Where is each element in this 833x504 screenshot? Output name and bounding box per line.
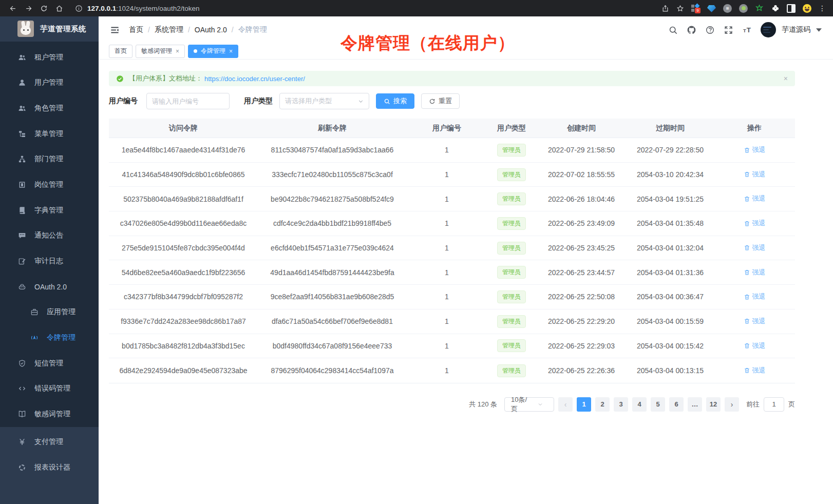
page-button-12[interactable]: 12: [706, 397, 721, 412]
extension-flower-icon[interactable]: [771, 4, 780, 13]
goto-page-input[interactable]: [764, 397, 784, 412]
sidebar-item-menu[interactable]: 菜单管理: [0, 121, 99, 147]
access-token-cell: 502375b8040a469a9b82188afdf6af1f: [109, 195, 258, 203]
page-button-6[interactable]: 6: [669, 397, 684, 412]
tab-令牌管理[interactable]: 令牌管理×: [188, 45, 238, 58]
user-type-badge: 管理员: [497, 144, 526, 157]
reset-button[interactable]: 重置: [421, 93, 460, 109]
alert-close-icon[interactable]: ×: [784, 74, 788, 83]
extension-grid-icon[interactable]: 9: [691, 4, 700, 13]
expires-cell: 2054-03-04 00:15:59: [627, 317, 714, 325]
help-icon[interactable]: [705, 25, 715, 35]
token-icon: [30, 334, 39, 342]
sidebar-item-post[interactable]: 岗位管理: [0, 172, 99, 198]
tab-close-icon[interactable]: ×: [176, 48, 179, 54]
filter-form: 用户编号 用户类型 请选择用户类型 搜索 重置: [109, 93, 795, 109]
sidebar-item-sms[interactable]: 短信管理: [0, 351, 99, 376]
user-type-select[interactable]: 请选择用户类型: [279, 93, 369, 109]
user-name[interactable]: 芋道源码: [782, 25, 810, 34]
extension-star-icon[interactable]: [755, 4, 764, 13]
force-logout-link[interactable]: 强退: [744, 243, 766, 253]
user-id-input[interactable]: [146, 93, 230, 109]
created-cell: 2022-06-25 22:29:03: [536, 342, 627, 350]
address-bar[interactable]: 127.0.0.1:1024/system/oauth2/token: [75, 5, 659, 12]
browser-menu-icon[interactable]: ⋮: [819, 4, 826, 12]
sidebar-item-oauth2-app[interactable]: 应用管理: [0, 300, 99, 325]
browser-back-icon[interactable]: [6, 2, 20, 15]
sidebar-item-dict[interactable]: 字典管理: [0, 198, 99, 223]
tab-close-icon[interactable]: ×: [229, 48, 233, 54]
search-icon[interactable]: [668, 25, 678, 35]
sidebar-item-label: 用户管理: [34, 78, 63, 87]
force-logout-link[interactable]: 强退: [744, 170, 766, 179]
force-logout-link[interactable]: 强退: [744, 268, 766, 277]
user-menu-caret-icon[interactable]: [814, 25, 824, 35]
extension-record-icon[interactable]: [739, 4, 748, 13]
browser-home-icon[interactable]: [52, 2, 66, 15]
page-button-2[interactable]: 2: [595, 397, 610, 412]
user-type-placeholder: 请选择用户类型: [285, 96, 357, 106]
share-icon[interactable]: [661, 5, 669, 12]
site-info-icon[interactable]: [75, 5, 83, 12]
sidebar-item-dept[interactable]: 部门管理: [0, 146, 99, 172]
tab-敏感词管理[interactable]: 敏感词管理×: [136, 45, 185, 58]
page-button-5[interactable]: 5: [651, 397, 665, 412]
force-logout-link[interactable]: 强退: [744, 317, 766, 326]
user-type-cell: 管理员: [487, 242, 536, 255]
page-size-select[interactable]: 10条/页: [504, 397, 554, 412]
extension-command-icon[interactable]: ⌗: [723, 4, 732, 13]
sidebar-item-report[interactable]: 报表设计器: [0, 455, 99, 480]
force-logout-link[interactable]: 强退: [744, 219, 766, 228]
force-logout-link[interactable]: 强退: [744, 194, 766, 203]
user-type-cell: 管理员: [487, 266, 536, 279]
expires-cell: 2054-03-04 01:35:48: [627, 219, 714, 227]
browser-forward-icon[interactable]: [22, 2, 35, 15]
sidebar-item-oauth2-token[interactable]: 令牌管理: [0, 325, 99, 351]
user-type-badge: 管理员: [497, 290, 526, 303]
sidebar-item-user[interactable]: 用户管理: [0, 70, 99, 95]
access-token-cell: c342377bf8b344799dcbf7bf095287f2: [109, 293, 258, 301]
sidebar-item-audit[interactable]: 审计日志: [0, 248, 99, 274]
sidebar-item-notice[interactable]: 通知公告: [0, 223, 99, 249]
access-token-cell: f9336e7c7dd242a283ee98dc86b17a87: [109, 317, 258, 325]
sidebar-item-sensitive[interactable]: 敏感词管理: [0, 401, 99, 427]
alert-doc-link[interactable]: https://doc.iocoder.cn/user-center/: [204, 75, 305, 83]
force-logout-link[interactable]: 强退: [744, 366, 766, 375]
expires-cell: 2054-03-04 19:51:25: [627, 195, 714, 203]
collapse-menu-icon[interactable]: [110, 25, 120, 35]
breadcrumb-item[interactable]: OAuth 2.0: [195, 26, 227, 34]
page-button-4[interactable]: 4: [632, 397, 647, 412]
bookmark-star-icon[interactable]: [676, 5, 684, 12]
app-title: 芋道管理系统: [40, 24, 86, 34]
tab-首页[interactable]: 首页: [109, 45, 132, 58]
profile-avatar-icon[interactable]: [803, 4, 811, 13]
force-logout-label: 强退: [752, 366, 766, 375]
sidebar-item-errcode[interactable]: 错误码管理: [0, 376, 99, 402]
fullscreen-icon[interactable]: [724, 25, 733, 35]
sidebar-item-pay[interactable]: 支付管理: [0, 429, 99, 455]
sidebar-item-label: 字典管理: [34, 206, 63, 215]
sidebar-split-icon[interactable]: [787, 4, 796, 13]
page-button-3[interactable]: 3: [614, 397, 628, 412]
page-button-1[interactable]: 1: [577, 397, 591, 412]
browser-reload-icon[interactable]: [37, 2, 50, 15]
user-avatar[interactable]: [761, 22, 776, 37]
search-button[interactable]: 搜索: [376, 93, 414, 109]
font-size-icon[interactable]: TT: [742, 25, 752, 35]
breadcrumb-item[interactable]: 首页: [129, 25, 143, 34]
next-page-button[interactable]: ›: [725, 397, 739, 412]
extension-gem-icon[interactable]: [707, 4, 716, 13]
prev-page-button[interactable]: ‹: [558, 397, 573, 412]
sidebar-item-tenant[interactable]: 租户管理: [0, 45, 99, 70]
sidebar-item-oauth2[interactable]: OAuth 2.0: [0, 274, 99, 300]
force-logout-link[interactable]: 强退: [744, 292, 766, 301]
column-header: 创建时间: [536, 124, 627, 133]
force-logout-link[interactable]: 强退: [744, 341, 766, 351]
refresh-token-cell: b0df4980ffd34c67a08f9156e4eee733: [258, 342, 407, 350]
sidebar-item-role[interactable]: 角色管理: [0, 95, 99, 121]
force-logout-link[interactable]: 强退: [744, 145, 766, 154]
force-logout-label: 强退: [752, 317, 766, 326]
github-icon[interactable]: [687, 25, 696, 35]
user-id-cell: 1: [407, 146, 487, 154]
breadcrumb-item[interactable]: 系统管理: [155, 25, 183, 34]
